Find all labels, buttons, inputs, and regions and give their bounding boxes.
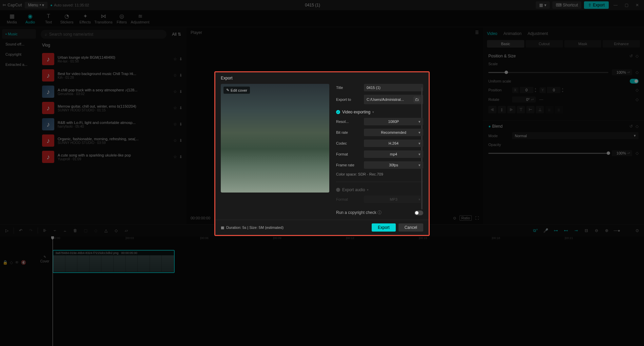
export-title: Export <box>215 72 429 84</box>
export-dialog: Export ✎Edit cover Title 0415 (1) Export… <box>214 71 430 236</box>
title-input[interactable]: 0415 (1) <box>364 84 423 91</box>
duration-info: ▦Duration: 5s | Size: 5M (estimated) <box>221 225 284 230</box>
export-button[interactable]: Export <box>372 223 396 232</box>
codec-label: Codec <box>336 141 360 145</box>
format-select[interactable]: mp4 <box>364 150 423 158</box>
resolution-label: Resol... <box>336 120 360 124</box>
codec-select[interactable]: H.264 <box>364 140 423 147</box>
copyright-label: Run a copyright check ⓘ <box>336 210 382 216</box>
modal-scrollbar[interactable] <box>421 87 423 210</box>
cover-preview: ✎Edit cover <box>221 84 329 193</box>
pencil-icon: ✎ <box>226 88 229 92</box>
export-to-label: Export to <box>336 97 360 102</box>
audio-format-select: MP3 <box>364 196 423 203</box>
export-path-input[interactable]: C:/Users/Administrat...🗀 <box>364 95 423 104</box>
info-icon[interactable]: ⓘ <box>377 210 382 215</box>
bitrate-label: Bit rate <box>336 130 360 134</box>
framerate-select[interactable]: 30fps <box>364 161 423 169</box>
edit-cover-button[interactable]: ✎Edit cover <box>223 87 250 94</box>
cancel-button[interactable]: Cancel <box>398 223 423 232</box>
film-icon: ▦ <box>221 225 224 230</box>
modal-overlay: Export ✎Edit cover Title 0415 (1) Export… <box>0 0 644 346</box>
audio-format-label: Format <box>336 197 360 201</box>
video-exporting-header[interactable]: ✓ Video exporting ▾ <box>336 110 423 114</box>
check-icon <box>336 188 340 192</box>
colorspace-info: Color space: SDR - Rec.709 <box>336 172 423 176</box>
resolution-select[interactable]: 1080P <box>364 118 423 125</box>
folder-icon[interactable]: 🗀 <box>413 96 421 103</box>
bitrate-select[interactable]: Recommended <box>364 129 423 136</box>
export-audio-header[interactable]: Export audio ▾ <box>336 187 423 192</box>
check-icon: ✓ <box>336 110 340 114</box>
framerate-label: Frame rate <box>336 163 360 167</box>
format-label: Format <box>336 152 360 156</box>
copyright-toggle[interactable] <box>414 211 423 215</box>
title-label: Title <box>336 86 360 90</box>
